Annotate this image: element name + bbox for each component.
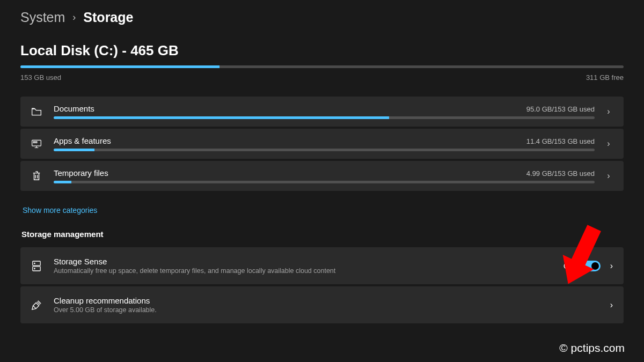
storage-sense-toggle[interactable] <box>579 261 601 271</box>
trash-icon <box>29 171 44 181</box>
chevron-right-icon: › <box>72 12 76 23</box>
category-label: Temporary files <box>54 168 108 178</box>
disk-used-label: 153 GB used <box>20 73 61 82</box>
svg-point-5 <box>34 263 35 263</box>
category-usage: 4.99 GB/153 GB used <box>526 169 595 178</box>
storage-category-temp[interactable]: Temporary files 4.99 GB/153 GB used › <box>20 161 624 191</box>
toggle-state-label: On <box>564 262 574 270</box>
documents-icon <box>29 107 44 116</box>
cleanup-subtitle: Over 5.00 GB of storage available. <box>54 306 601 314</box>
broom-icon <box>29 300 44 311</box>
breadcrumb-current: Storage <box>83 10 133 25</box>
svg-rect-1 <box>33 142 34 143</box>
disk-stats: 153 GB used 311 GB free <box>20 73 624 82</box>
storage-category-documents[interactable]: Documents 95.0 GB/153 GB used › <box>20 97 624 127</box>
breadcrumb-parent[interactable]: System <box>20 10 65 25</box>
category-usage: 11.4 GB/153 GB used <box>526 137 595 145</box>
show-more-link[interactable]: Show more categories <box>23 206 97 215</box>
disk-title: Local Disk (C:) - 465 GB <box>20 42 624 59</box>
chevron-right-icon: › <box>604 107 613 116</box>
category-bar-fill <box>54 116 389 119</box>
category-label: Apps & features <box>54 136 111 145</box>
storage-sense-row[interactable]: Storage Sense Automatically free up spac… <box>20 247 624 284</box>
svg-rect-4 <box>33 266 40 270</box>
storage-sense-subtitle: Automatically free up space, delete temp… <box>54 267 554 275</box>
svg-rect-2 <box>35 142 37 143</box>
cleanup-recommendations-row[interactable]: Cleanup recommendations Over 5.00 GB of … <box>20 286 624 323</box>
category-bar-fill <box>54 181 71 183</box>
chevron-right-icon: › <box>604 139 613 149</box>
storage-sense-title: Storage Sense <box>54 257 554 266</box>
chevron-right-icon: › <box>610 300 613 310</box>
section-heading-storage-management: Storage management <box>21 230 624 239</box>
disk-usage-bar <box>20 65 624 68</box>
watermark: © pctips.com <box>559 342 625 354</box>
category-bar <box>54 116 595 119</box>
disk-free-label: 311 GB free <box>586 73 624 82</box>
chevron-right-icon: › <box>610 261 613 271</box>
disk-usage-fill <box>20 65 219 68</box>
storage-category-apps[interactable]: Apps & features 11.4 GB/153 GB used › <box>20 129 624 159</box>
category-label: Documents <box>54 104 94 113</box>
breadcrumb: System › Storage <box>20 10 624 25</box>
apps-icon <box>29 139 44 149</box>
category-bar <box>54 181 595 183</box>
svg-point-6 <box>34 268 35 269</box>
category-bar-fill <box>54 149 94 151</box>
svg-rect-3 <box>33 261 40 265</box>
chevron-right-icon: › <box>604 171 613 181</box>
toggle-knob <box>591 262 599 270</box>
drive-icon <box>29 260 44 272</box>
cleanup-title: Cleanup recommendations <box>54 296 601 305</box>
category-bar <box>54 149 595 151</box>
category-usage: 95.0 GB/153 GB used <box>526 105 595 113</box>
